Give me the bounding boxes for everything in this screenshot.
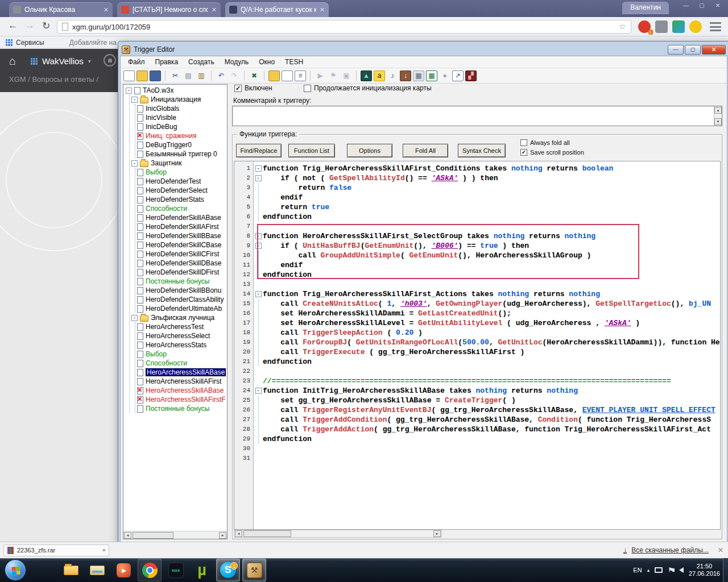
extension-icon-1[interactable]: 1 (638, 20, 651, 33)
home-icon[interactable]: ⌂ (9, 55, 16, 68)
tree-item[interactable]: InicDeBug (135, 122, 226, 131)
minimize-button[interactable]: — (668, 45, 684, 55)
fold-marker-icon[interactable]: - (254, 173, 263, 183)
tree-item[interactable]: Способности (135, 359, 226, 368)
scroll-left-icon[interactable]: ◂ (124, 532, 131, 539)
save-scroll-checkbox[interactable]: ✓ Save scroll position (520, 149, 584, 156)
code-line[interactable]: 30 (234, 444, 720, 454)
tree-item[interactable]: InicGlobals (135, 104, 226, 113)
breadcrumb[interactable]: XGM / Вопросы и ответы / (9, 75, 98, 84)
tree-item[interactable]: Безымянный триггер 0 (135, 149, 226, 159)
tree-item[interactable]: HeroDefenderSkillCFirst (135, 250, 226, 259)
close-downloads-icon[interactable]: ✕ (718, 546, 723, 554)
menu-create[interactable]: Создать (183, 57, 220, 67)
import-icon[interactable]: ↓ (400, 70, 411, 81)
tree-item[interactable]: HeroDefenderSkillABase (135, 213, 226, 222)
tree-item[interactable]: Выбор (135, 350, 226, 359)
tree-item[interactable]: HeroArcheressStats (135, 340, 226, 350)
code-line[interactable]: 10 call GroupAddUnitSimple( GetEnumUnit(… (234, 251, 720, 260)
scrollbar-thumb[interactable] (133, 532, 173, 539)
code-line[interactable]: 13 (234, 280, 720, 289)
code-line[interactable]: 7 (234, 222, 720, 231)
function-list-button[interactable]: Function List (288, 144, 335, 157)
code-line[interactable]: 23//====================================… (234, 376, 720, 386)
tree-item[interactable]: HeroArcheressSkillABase (135, 368, 226, 377)
code-line[interactable]: 27 call TriggerAddCondition( gg_trg_Hero… (234, 415, 720, 425)
code-line[interactable]: 17 set HeroArcheressSkillALevel = GetUni… (234, 318, 720, 328)
tray-expand-icon[interactable]: ▴ (647, 567, 650, 573)
code-line[interactable]: 28 call TriggerAddAction( gg_trg_HeroArc… (234, 425, 720, 434)
find-replace-button[interactable]: Find/Replace (236, 144, 282, 157)
cut-icon[interactable]: ✂ (169, 70, 181, 81)
forward-button[interactable]: → (25, 20, 35, 31)
tree-item[interactable]: HeroDefenderSelect (135, 186, 226, 195)
utorrent-button[interactable]: µ (190, 559, 214, 581)
comment-scrollbar[interactable]: ▴ ▾ (714, 106, 722, 126)
letter-a-icon[interactable]: a (374, 70, 385, 81)
paste-icon[interactable]: ▥ (196, 70, 207, 81)
syntax-check-button[interactable]: Syntax Check (458, 144, 506, 157)
tree-folder[interactable]: -Инициализация (130, 95, 226, 104)
tree-item[interactable]: Постоянные бонусы (135, 404, 226, 413)
tree-item[interactable]: HeroArcheressTest (135, 322, 226, 331)
code-line[interactable]: 20 call TriggerExecute ( gg_trg_HeroArch… (234, 347, 720, 357)
capture-icon[interactable]: ▣ (341, 70, 352, 81)
world-editor-button[interactable]: ⚒ (242, 559, 266, 581)
redo-icon[interactable]: ↷ (229, 70, 240, 81)
comment-input[interactable]: ▴ ▾ (232, 106, 722, 126)
code-line[interactable]: 19 call ForGroupBJ( GetUnitsInRangeOfLoc… (234, 338, 720, 347)
code-line[interactable]: 14-function Trig_HeroArcheressSkillAFirs… (234, 289, 720, 299)
tree-hscrollbar[interactable]: ◂ ▸ (123, 531, 227, 539)
code-line[interactable]: 1-function Trig_HeroArcheressSkillAFirst… (234, 164, 720, 173)
code-line[interactable]: 3 return false (234, 183, 720, 193)
code-line[interactable]: 15 call CreateNUnitsAtLoc( 1, 'h003', Ge… (234, 299, 720, 309)
start-button[interactable] (5, 559, 26, 581)
tree-item[interactable]: HeroDefenderSkillAFirst (135, 222, 226, 231)
page-icon[interactable] (282, 70, 293, 81)
scroll-left-icon[interactable]: ◂ (235, 530, 242, 537)
fold-marker-icon[interactable]: - (254, 231, 263, 241)
scroll-up-icon[interactable]: ▴ (714, 107, 722, 114)
services-grid-icon[interactable] (6, 39, 13, 46)
chrome-button[interactable] (138, 559, 162, 581)
tray-language[interactable]: EN (633, 567, 642, 573)
tree-item[interactable]: HeroDefenderSkillDBase (135, 259, 226, 268)
tree-folder[interactable]: -Эльфиская лучница (130, 313, 226, 322)
tree-root-item[interactable]: -TAoD.w3x (124, 86, 226, 95)
bell-extension-icon[interactable] (689, 20, 702, 33)
site-brand[interactable]: WakVellios ▾ (31, 56, 91, 66)
tree-item[interactable]: Иниц. сражения (135, 131, 226, 140)
code-line[interactable]: 24-function InitTrig_HeroArcheressSkillA… (234, 386, 720, 396)
show-desktop-button[interactable] (723, 558, 728, 582)
tree-item[interactable]: Способности (135, 204, 226, 213)
tree-collapse-icon[interactable]: - (131, 315, 138, 321)
tab-close-icon[interactable]: ✕ (320, 6, 325, 14)
delete-x-icon[interactable]: ✖ (249, 70, 260, 81)
tree-item[interactable]: HeroArcheressSkillABase (135, 386, 226, 395)
code-line[interactable]: 18 call TriggerSleepAction ( 0.20 ) (234, 328, 720, 338)
extension-icon-2[interactable] (655, 20, 668, 33)
tree-item[interactable]: HeroDefenderSkillBBase (135, 231, 226, 240)
tab-close-icon[interactable]: ✕ (104, 6, 109, 14)
code-line[interactable]: 2- if ( not ( GetSpellAbilityId() == 'AS… (234, 173, 720, 183)
tree-item[interactable]: HeroDefenderTest (135, 177, 226, 186)
code-line[interactable]: 25 set gg_trg_HeroArcheressSkillABase = … (234, 396, 720, 405)
syntax-icon[interactable]: ▞ (465, 70, 477, 81)
reload-button[interactable]: ↻ (42, 20, 50, 32)
flag-icon[interactable]: ⚑ (328, 70, 339, 81)
scrollbar-thumb[interactable] (243, 530, 291, 537)
tree-item[interactable]: HeroArcheressSkillAFirst (135, 377, 226, 386)
code-line[interactable]: 5 return true (234, 202, 720, 212)
ie-button[interactable] (33, 559, 57, 581)
enabled-checkbox[interactable]: ✓ Включен (234, 84, 272, 92)
code-line[interactable]: 11 endif (234, 260, 720, 270)
tree-item[interactable]: Постоянные бонусы (135, 277, 226, 286)
tree-item[interactable]: HeroDefenderUltimateAb (135, 304, 226, 313)
export-script-icon[interactable]: ↗ (452, 70, 464, 81)
chevron-down-icon[interactable]: ▾ (102, 547, 105, 553)
folder-icon[interactable] (268, 70, 280, 81)
tree-collapse-icon[interactable]: - (126, 88, 132, 94)
tree-item[interactable]: DeBugTrigger0 (135, 140, 226, 149)
tree-collapse-icon[interactable]: - (131, 97, 138, 103)
browser-minimize-button[interactable]: — (678, 0, 694, 11)
